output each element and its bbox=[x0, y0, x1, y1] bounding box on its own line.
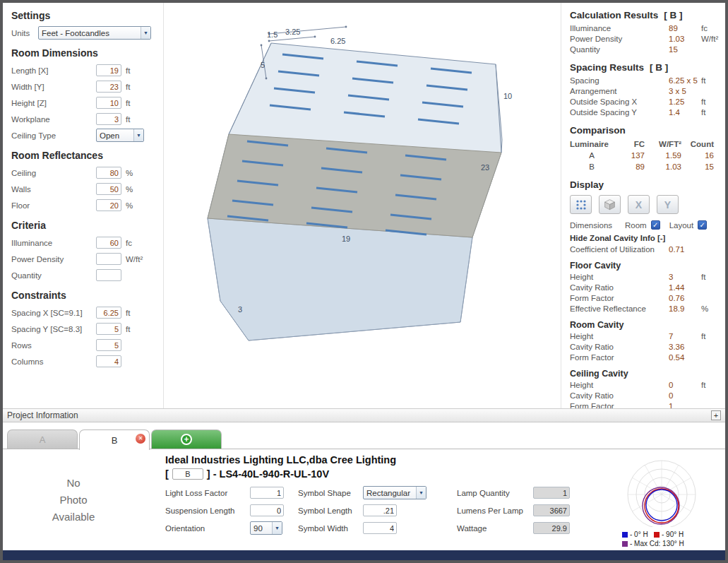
workplane-input[interactable] bbox=[96, 113, 121, 125]
quantity-input[interactable] bbox=[96, 269, 121, 281]
spacing-x-input[interactable] bbox=[96, 307, 121, 319]
lamp-quantity-label: Lamp Quantity bbox=[457, 489, 533, 497]
bottom-scroll-bar[interactable] bbox=[3, 550, 725, 560]
field-row: Ceiling % bbox=[11, 165, 163, 181]
power-density-input[interactable] bbox=[96, 253, 121, 265]
result-value: 6.25 x 5 bbox=[669, 76, 701, 86]
no-photo-line: Photo bbox=[59, 492, 87, 509]
spacing-x-unit: ft bbox=[126, 309, 130, 317]
room-checkbox[interactable] bbox=[651, 220, 660, 230]
walls-reflectance-input[interactable] bbox=[96, 183, 121, 195]
y-axis-button[interactable]: Y bbox=[657, 195, 679, 214]
cavity-row: Cavity Ratio1.44 bbox=[570, 283, 720, 293]
result-row: Power Density1.03W/ft² bbox=[570, 34, 720, 45]
width-y-input[interactable] bbox=[96, 81, 121, 93]
manufacturer-name: Ideal Industries Lighting LLC,dba Cree L… bbox=[165, 454, 619, 466]
cavity-unit bbox=[701, 352, 720, 363]
cu-label: Coefficient of Utilization bbox=[570, 244, 669, 255]
workplane-unit: ft bbox=[126, 115, 130, 124]
light-loss-factor-input[interactable] bbox=[250, 487, 284, 499]
plus-icon bbox=[181, 434, 192, 445]
cavity-row: Effective Reflectance18.9% bbox=[570, 304, 720, 314]
luminaire-details: Ideal Industries Lighting LLC,dba Cree L… bbox=[144, 449, 619, 550]
settings-title: Settings bbox=[11, 10, 163, 21]
luminaire-tab-bar: A B bbox=[3, 428, 725, 449]
walls-reflectance-unit: % bbox=[126, 185, 133, 194]
tab-a-label: A bbox=[40, 434, 46, 445]
symbol-shape-value: Rectangular bbox=[366, 489, 410, 497]
wattage-readout bbox=[533, 522, 570, 534]
cavity-unit bbox=[701, 293, 720, 304]
field-row: Walls % bbox=[11, 181, 163, 197]
symbol-length-input[interactable] bbox=[363, 504, 397, 516]
layout-points-icon bbox=[575, 199, 587, 211]
symbol-shape-select[interactable]: Rectangular bbox=[363, 486, 426, 499]
suspension-length-input[interactable] bbox=[250, 504, 284, 516]
room-dimensions-title: Room Dimensions bbox=[11, 47, 163, 59]
field-row: Illuminance fc bbox=[11, 235, 163, 251]
wattage-label: Wattage bbox=[457, 524, 533, 533]
dim-label-spacing-y: 5 bbox=[261, 61, 265, 69]
floor-reflectance-input[interactable] bbox=[96, 199, 121, 211]
illuminance-input[interactable] bbox=[96, 237, 121, 249]
symbol-width-input[interactable] bbox=[363, 522, 397, 534]
cavity-label: Cavity Ratio bbox=[570, 342, 669, 352]
orientation-select[interactable]: 90 bbox=[250, 521, 282, 535]
columns-input[interactable] bbox=[96, 355, 121, 367]
height-z-input[interactable] bbox=[96, 97, 121, 109]
cavity-row: Form Factor0.76 bbox=[570, 293, 720, 304]
field-row: Workplane ft bbox=[11, 111, 163, 127]
photometric-chart-box: - 0° H - 90° H - Max Cd: 130° H bbox=[619, 449, 725, 550]
room-cavity-title: Room Cavity bbox=[570, 320, 720, 330]
cavity-value: 3.36 bbox=[669, 342, 701, 352]
ceiling-type-value: Open bbox=[100, 131, 119, 140]
field-row: Rows bbox=[11, 337, 163, 353]
result-label: Quantity bbox=[570, 45, 669, 55]
rows-input[interactable] bbox=[96, 339, 121, 351]
length-x-input[interactable] bbox=[96, 64, 121, 76]
cu-value: 0.71 bbox=[669, 244, 701, 255]
calculation-results-title: Calculation Results[ B ] bbox=[570, 10, 720, 20]
floor-cavity-title: Floor Cavity bbox=[570, 261, 720, 271]
cavity-value: 0 bbox=[669, 391, 701, 401]
width-y-unit: ft bbox=[126, 83, 130, 91]
quantity-label: Quantity bbox=[11, 271, 96, 280]
chart-legend: - 0° H - 90° H - Max Cd: 130° H bbox=[619, 530, 725, 548]
polar-distribution-chart bbox=[619, 454, 708, 527]
field-row: Height [Z] ft bbox=[11, 95, 163, 111]
comparison-wft2: 1.59 bbox=[645, 150, 681, 161]
result-value: 1.03 bbox=[669, 34, 701, 45]
layout-checkbox[interactable] bbox=[698, 220, 707, 230]
hide-zonal-cavity-toggle[interactable]: Hide Zonal Cavity Info [-] bbox=[570, 234, 720, 242]
y-axis-label: Y bbox=[664, 199, 671, 211]
cavity-unit: ft bbox=[701, 331, 720, 342]
legend-label-0h: - 0° H bbox=[630, 531, 648, 538]
room-3d-viewport[interactable]: 1.5 3.25 6.25 5 10 23 19 3 bbox=[164, 3, 561, 408]
result-row: Quantity15 bbox=[570, 45, 720, 55]
cavity-value: 0 bbox=[669, 380, 701, 391]
no-photo-line: No bbox=[66, 475, 80, 492]
comparison-table: Luminaire FC W/FT² Count A 137 1.59 16 B… bbox=[570, 138, 720, 172]
project-information-expand-button[interactable]: + bbox=[711, 410, 721, 420]
result-row: Arrangement3 x 5 bbox=[570, 86, 720, 97]
orientation-label: Orientation bbox=[165, 524, 250, 533]
comparison-title: Comparison bbox=[570, 125, 720, 136]
display-title: Display bbox=[570, 179, 720, 190]
layout-points-button[interactable] bbox=[570, 195, 592, 214]
x-axis-button[interactable]: X bbox=[628, 195, 650, 214]
workplane-label: Workplane bbox=[11, 115, 96, 124]
length-x-unit: ft bbox=[126, 66, 130, 75]
cavity-value: 18.9 bbox=[669, 304, 701, 314]
units-select[interactable]: Feet - Footcandles bbox=[38, 26, 151, 40]
illuminance-label: Illuminance bbox=[11, 239, 96, 247]
add-luminaire-tab[interactable] bbox=[151, 429, 222, 449]
ceiling-reflectance-input[interactable] bbox=[96, 167, 121, 179]
ceiling-type-select[interactable]: Open bbox=[96, 129, 144, 142]
tab-luminaire-b[interactable]: B bbox=[79, 429, 150, 450]
tab-luminaire-a[interactable]: A bbox=[7, 429, 78, 449]
floor-reflectance-label: Floor bbox=[11, 201, 96, 210]
view-3d-button[interactable] bbox=[599, 195, 621, 214]
spacing-y-input[interactable] bbox=[96, 323, 121, 335]
ceiling-type-row: Ceiling Type Open bbox=[11, 127, 163, 143]
close-tab-icon[interactable] bbox=[136, 434, 145, 444]
